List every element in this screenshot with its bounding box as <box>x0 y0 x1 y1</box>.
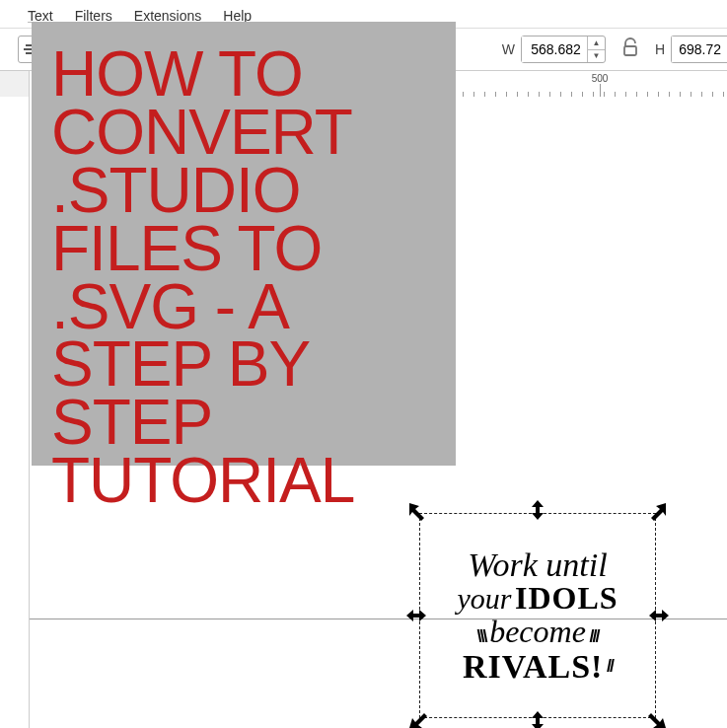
handle-ne-icon[interactable] <box>647 500 669 522</box>
height-input[interactable] <box>672 36 727 62</box>
overlay-title: HOW TO CONVERT .STUDIO FILES TO .SVG - A… <box>51 45 436 510</box>
art-line-3: \\\ become /// <box>477 616 599 649</box>
width-input[interactable] <box>522 36 587 62</box>
artwork: Work until your IDOLS \\\ become /// RIV… <box>428 522 647 709</box>
width-spin-arrows[interactable]: ▲ ▼ <box>587 36 605 62</box>
handle-e-icon[interactable] <box>649 607 669 624</box>
handle-se-icon[interactable] <box>647 709 669 728</box>
height-group: H <box>655 36 727 63</box>
handle-w-icon[interactable] <box>406 607 426 624</box>
spin-up-icon[interactable]: ▲ <box>588 36 605 50</box>
spin-down-icon[interactable]: ▼ <box>588 50 605 63</box>
ruler-tick-label: 500 <box>592 73 609 84</box>
height-spinner[interactable] <box>671 36 727 63</box>
lock-icon[interactable] <box>614 37 647 62</box>
handle-sw-icon[interactable] <box>406 709 428 728</box>
handle-n-icon[interactable] <box>529 500 546 520</box>
svg-rect-0 <box>624 46 636 55</box>
height-label: H <box>655 41 665 57</box>
width-label: W <box>502 41 515 57</box>
width-group: W ▲ ▼ <box>502 36 606 63</box>
title-overlay: HOW TO CONVERT .STUDIO FILES TO .SVG - A… <box>32 22 456 466</box>
width-spinner[interactable]: ▲ ▼ <box>521 36 606 63</box>
selection-box[interactable]: Work until your IDOLS \\\ become /// RIV… <box>419 513 656 718</box>
handle-s-icon[interactable] <box>529 711 546 728</box>
ruler-vertical <box>0 97 30 728</box>
art-line-4: RIVALS! // <box>463 649 613 685</box>
art-line-1: Work until <box>468 547 607 583</box>
art-line-2: your IDOLS <box>457 582 618 616</box>
